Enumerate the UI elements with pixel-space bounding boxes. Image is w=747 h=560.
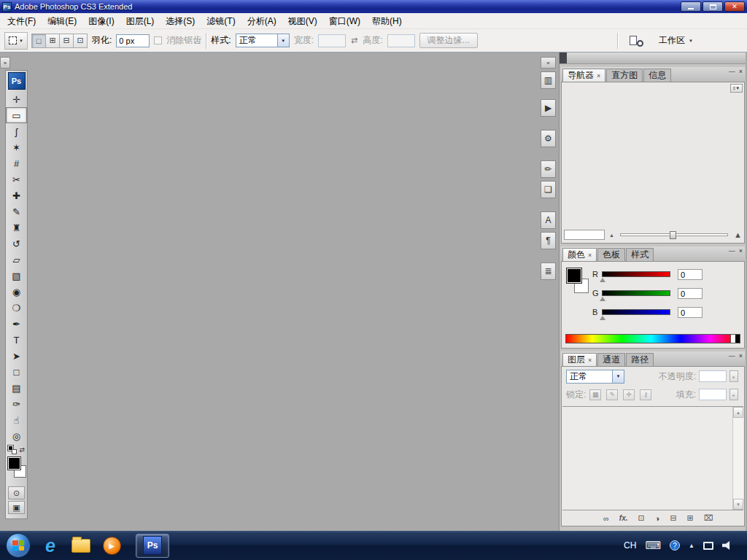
default-colors-button[interactable] (8, 446, 17, 454)
height-input[interactable] (387, 34, 415, 47)
clone-stamp-tool[interactable]: ♜ (6, 219, 27, 236)
zoom-in-icon[interactable]: ▲ (734, 230, 742, 239)
panel-minimize-button[interactable]: — (729, 68, 735, 75)
maximize-button[interactable] (703, 1, 723, 12)
dock-documents-button[interactable]: ▥ (541, 71, 556, 89)
hidden-icons-button[interactable]: ▲ (689, 542, 694, 549)
delete-layer-button[interactable]: ⌧ (704, 513, 713, 523)
tab-swatches[interactable]: 色板 (597, 248, 625, 261)
tab-info[interactable]: 信息 (643, 69, 671, 82)
gradient-tool[interactable]: ▧ (6, 268, 27, 284)
opacity-input[interactable] (699, 370, 727, 382)
menu-layer[interactable]: 图层(L) (120, 13, 160, 29)
fill-slider-button[interactable]: ▸ (729, 389, 738, 400)
width-input[interactable] (318, 34, 346, 47)
lock-position-button[interactable]: ✛ (623, 389, 635, 400)
rectangle-shape-tool[interactable]: □ (6, 364, 27, 380)
green-slider[interactable] (602, 290, 670, 296)
selection-subtract-button[interactable]: ⊟ (59, 34, 74, 48)
workspace-button[interactable]: 工作区 ▼ (654, 32, 697, 50)
panel-close-button[interactable]: × (739, 352, 743, 359)
swap-colors-button[interactable]: ⇄ (19, 446, 25, 454)
dock-tool-presets-button[interactable]: ⚙ (541, 130, 556, 147)
taskbar-folder-button[interactable] (70, 534, 92, 556)
menu-help[interactable]: 帮助(H) (366, 13, 408, 29)
notes-tool[interactable]: ▤ (6, 380, 27, 396)
menu-image[interactable]: 图像(I) (82, 13, 120, 29)
style-select[interactable]: 正常 ▼ (236, 34, 290, 47)
refine-edge-button[interactable]: 调整边缘... (419, 33, 478, 48)
dodge-tool[interactable]: ❍ (6, 300, 27, 316)
tab-paths[interactable]: 路径 (626, 353, 654, 366)
dock-collapse-handle[interactable]: « (541, 57, 556, 69)
scroll-down-button[interactable]: ▼ (733, 499, 743, 510)
selection-add-button[interactable]: ⊞ (45, 34, 60, 48)
pen-tool[interactable]: ✒ (6, 316, 27, 332)
dock-actions-button[interactable]: ▶ (541, 99, 556, 117)
tab-close-icon[interactable]: × (597, 72, 600, 79)
navigator-zoom-slider[interactable] (620, 233, 728, 236)
red-slider-thumb[interactable] (600, 278, 605, 282)
menu-view[interactable]: 视图(V) (282, 13, 323, 29)
scroll-up-button[interactable]: ▲ (733, 407, 743, 418)
tool-preset-picker[interactable]: ▼ (4, 32, 28, 50)
healing-brush-tool[interactable]: ✚ (6, 187, 27, 203)
tab-close-icon[interactable]: × (588, 357, 592, 364)
blue-slider-thumb[interactable] (600, 316, 605, 320)
layer-mask-button[interactable]: ⊡ (638, 513, 645, 523)
panel-menu-button[interactable]: ≡▼ (730, 84, 743, 93)
green-value-input[interactable]: 0 (678, 288, 703, 299)
red-slider[interactable] (602, 271, 670, 277)
type-tool[interactable]: T (6, 332, 27, 348)
help-tray-icon[interactable]: ? (670, 540, 680, 551)
adjustment-layer-button[interactable]: ◑ (655, 514, 660, 523)
tab-navigator[interactable]: 导航器 × (562, 69, 605, 82)
menu-file[interactable]: 文件(F) (1, 13, 42, 29)
swap-dimensions-button[interactable]: ⇄ (350, 36, 358, 45)
eyedropper-tool[interactable]: ✑ (6, 396, 27, 412)
hand-tool[interactable]: ☝ (6, 412, 27, 428)
panel-foreground-swatch[interactable] (567, 268, 581, 283)
selection-intersect-button[interactable]: ⊡ (73, 34, 88, 48)
language-indicator[interactable]: CH (624, 540, 636, 551)
lock-pixels-button[interactable]: ✎ (606, 389, 618, 400)
zoom-tool[interactable]: ◎ (6, 428, 27, 444)
blue-value-input[interactable]: 0 (678, 307, 703, 318)
toolbox-collapse-handle[interactable]: » (0, 57, 10, 69)
screen-mode-button[interactable]: ▣ (8, 501, 25, 514)
panel-minimize-button[interactable]: — (729, 352, 735, 359)
tab-close-icon[interactable]: × (588, 252, 592, 259)
antialias-checkbox[interactable] (154, 36, 162, 44)
zoom-slider-thumb[interactable] (670, 231, 676, 239)
new-group-button[interactable]: ⊟ (670, 513, 676, 523)
tab-color[interactable]: 颜色 × (562, 248, 597, 261)
feather-input[interactable]: 0 px (116, 34, 150, 47)
menu-edit[interactable]: 编辑(E) (42, 13, 82, 29)
layer-style-button[interactable]: fx. (619, 514, 628, 522)
close-button[interactable]: ✕ (724, 1, 745, 12)
dock-grip[interactable] (560, 52, 567, 63)
start-button[interactable] (6, 533, 31, 558)
dropdown-arrow-icon[interactable]: ▼ (612, 370, 624, 383)
blend-mode-select[interactable]: 正常 ▼ (566, 370, 624, 384)
menu-analysis[interactable]: 分析(A) (241, 13, 282, 29)
foreground-color-swatch[interactable] (8, 457, 20, 470)
keyboard-icon[interactable]: ⌨ (645, 539, 661, 552)
titlebar[interactable]: Ps Adobe Photoshop CS3 Extended ✕ (0, 0, 747, 13)
blur-tool[interactable]: ◉ (6, 284, 27, 300)
menu-window[interactable]: 窗口(W) (323, 13, 366, 29)
tab-layers[interactable]: 图层 × (562, 353, 597, 366)
color-spectrum-bar[interactable] (565, 334, 740, 343)
blue-slider[interactable] (602, 309, 670, 315)
dock-layer-comps-button[interactable]: ≣ (541, 262, 556, 280)
green-slider-thumb[interactable] (600, 297, 605, 301)
dropdown-arrow-icon[interactable]: ▼ (277, 34, 289, 47)
opacity-slider-button[interactable]: ▸ (729, 370, 738, 382)
panel-close-button[interactable]: × (739, 247, 743, 254)
taskbar-photoshop-button[interactable]: Ps (136, 534, 169, 558)
dock-brushes-button[interactable]: ✏ (541, 160, 556, 178)
menu-select[interactable]: 选择(S) (160, 13, 201, 29)
navigator-zoom-input[interactable] (564, 230, 605, 240)
taskbar-ie-button[interactable]: e (39, 534, 61, 556)
rectangular-marquee-tool[interactable]: ▭ (6, 107, 27, 123)
